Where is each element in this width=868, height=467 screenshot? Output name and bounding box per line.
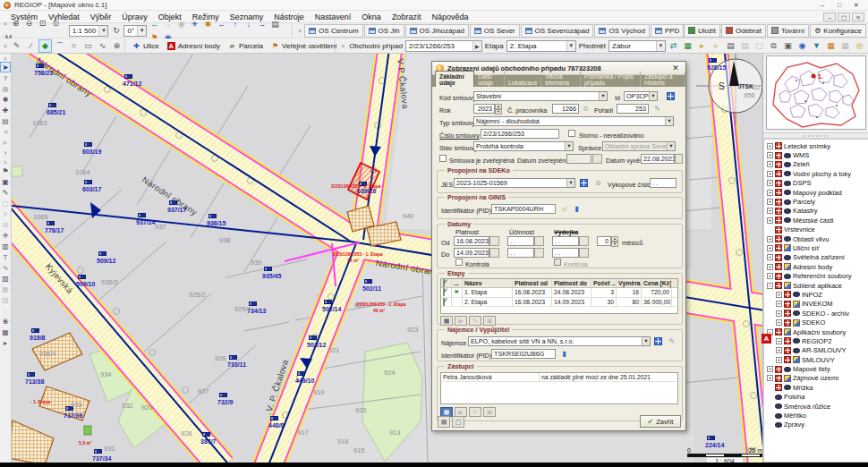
grid-orange-icon[interactable]: ▦ — [824, 39, 838, 53]
expand-icon[interactable]: + — [776, 357, 782, 363]
chevron-down-icon[interactable]: ▼ — [98, 26, 107, 36]
prev-view-icon[interactable]: ◄ — [0, 126, 11, 137]
rotate-icon[interactable]: ↻ — [109, 24, 123, 38]
mdi-close-button[interactable]: ✕ — [852, 13, 864, 21]
calendar-icon[interactable] — [489, 248, 499, 258]
expand-icon[interactable]: + — [767, 171, 773, 177]
page-icon[interactable]: ▢ — [753, 39, 766, 53]
close-box-icon[interactable]: × — [2, 17, 9, 30]
table-icon[interactable]: ▦ — [681, 39, 694, 53]
center-target-icon[interactable]: ◉ — [174, 17, 188, 30]
device-icon[interactable]: ▮ — [572, 204, 582, 214]
jes-combo[interactable]: 2023-1025-01569▼ — [454, 178, 575, 188]
tab-z-kladn-daje[interactable]: Základní údaje — [435, 71, 474, 87]
row-checkbox[interactable] — [443, 288, 445, 296]
print-icon[interactable]: ▤ — [738, 39, 752, 53]
do-platnost-input[interactable]: 14.09.2023 — [454, 248, 489, 258]
pan-hand-icon[interactable]: ✱ — [201, 17, 215, 30]
do-ucinnost-input[interactable]: . . — [507, 248, 534, 258]
do-vydejka-input[interactable]: . . — [552, 248, 579, 258]
tree-item-sv-teln-za-zen[interactable]: +Světelná zařízení — [764, 253, 868, 262]
report-icon[interactable]: ▤ — [724, 39, 737, 53]
os-tab-os-jih[interactable]: OS Jih — [364, 24, 404, 38]
calendar-icon[interactable] — [534, 236, 544, 246]
pracovnik-input[interactable]: 1266 — [552, 104, 579, 114]
calendar-icon[interactable] — [489, 236, 499, 246]
tree-item-aplika-n-soubory[interactable]: −Aplikační soubory — [764, 327, 868, 336]
najemce-pid-input[interactable]: TSKRSE02UB6G — [491, 349, 556, 359]
expand-icon[interactable]: + — [767, 217, 773, 224]
bottom-open-icon[interactable]: ▸ — [0, 337, 11, 348]
row-checkbox[interactable] — [443, 298, 445, 306]
najemce-combo[interactable]: ELPO, kabelové sítě VN a NN, s.r.o.▼ — [468, 336, 651, 346]
calendar-icon[interactable] — [675, 154, 683, 164]
tree-item-mapov-listy[interactable]: +Mapové listy — [764, 364, 868, 373]
calendar-icon[interactable] — [534, 248, 544, 258]
tree-item-uli-n-s[interactable]: +Uliční síť — [764, 243, 868, 252]
expand-icon[interactable]: + — [767, 152, 773, 158]
tab-lokalizace[interactable]: Lokalizace — [505, 78, 541, 87]
os-tab-ppd[interactable]: PPD — [651, 24, 684, 38]
chevron-down-icon[interactable]: ▼ — [566, 41, 575, 51]
id-combo[interactable]: OP3CPNI0▼ — [624, 91, 658, 101]
export-view-icon[interactable]: ▤ — [268, 17, 282, 30]
tree-item-inpoz[interactable]: +INPOZ — [764, 290, 868, 299]
route-tool-icon[interactable]: ∿ — [0, 262, 11, 273]
scale-combo[interactable]: 1:1 500▼ — [69, 25, 109, 37]
action-ulo-it[interactable]: Uložit — [684, 24, 720, 38]
table-icon[interactable] — [667, 92, 675, 100]
tree-item-z-jmov-zem[interactable]: +Zájmové území — [764, 374, 868, 383]
next-view-icon[interactable]: ► — [0, 137, 11, 148]
move-left-icon[interactable]: ← — [215, 17, 228, 30]
tree-item-sm-rov-r-ice[interactable]: Směrová růžice — [764, 402, 868, 411]
zoom-lens-icon[interactable]: ◎ — [0, 83, 11, 94]
view-prev-icon[interactable]: ← — [148, 17, 161, 30]
search-docs-icon[interactable]: ◎ — [853, 39, 866, 53]
eye-icon[interactable]: ◉ — [796, 39, 809, 53]
etapy-row[interactable]: ⚑1. Etapa16.08.202324.08.2023316720,00 — [441, 288, 677, 298]
cislo-input[interactable]: 2/23/1266/253 — [481, 129, 559, 139]
layer-toggle-ve-ejn-osv-tlen[interactable]: ⚑Veřejné osvětlení — [268, 39, 340, 53]
line-icon[interactable]: ∕ — [24, 39, 38, 53]
maximize-button[interactable]: □ — [831, 1, 847, 10]
action-tov-rn[interactable]: Tovární — [767, 24, 809, 38]
tree-item-poloha[interactable]: Poloha — [764, 393, 868, 402]
poradi-input[interactable]: 253 — [617, 104, 649, 114]
chevron-down-icon[interactable]: ▼ — [656, 41, 665, 51]
od-ucinnost-input[interactable]: . . — [507, 236, 534, 246]
circle-icon[interactable]: ○ — [67, 39, 81, 53]
expand-icon[interactable]: + — [767, 245, 773, 251]
select-cursor-icon[interactable]: ➤ — [0, 62, 11, 72]
zoom-out-icon[interactable]: ⊖ — [22, 17, 36, 30]
delete-object-icon[interactable]: ▨ — [0, 273, 11, 284]
close-dialog-button[interactable]: ✔Zavřít — [640, 415, 681, 428]
action-odebrat[interactable]: Odebrat — [721, 24, 766, 38]
flag-tool-icon[interactable]: ⚑ — [0, 166, 11, 176]
tree-item-regiop2[interactable]: +REGIOP2 — [764, 336, 868, 345]
window-new-icon[interactable]: ▣ — [781, 39, 795, 53]
action-konfigurace[interactable]: ⚙Konfigurace — [810, 24, 866, 38]
zoom-in-icon[interactable]: ⊕ — [9, 17, 22, 30]
panel-splitter[interactable] — [763, 132, 868, 139]
fly-to-icon[interactable]: ✈ — [188, 17, 201, 30]
table-icon[interactable] — [580, 179, 588, 187]
zoom-full-icon[interactable]: ⊙ — [49, 17, 63, 30]
stav-combo[interactable]: Probíhá kontrola▼ — [473, 141, 574, 151]
expand-icon[interactable]: + — [767, 161, 773, 167]
expand-icon[interactable]: + — [776, 310, 782, 317]
typ-combo[interactable]: Nájemní - dlouhodobá▼ — [473, 116, 674, 126]
tree-item-sdeko[interactable]: +SDEKO — [764, 318, 868, 327]
expand-icon[interactable]: + — [767, 366, 773, 372]
polygon-icon[interactable]: ◆ — [38, 39, 52, 53]
matrix-2-icon[interactable]: ▧ — [0, 294, 11, 305]
tree-item-m-ka[interactable]: Mřížka — [764, 383, 868, 392]
zastupci-row[interactable]: Petra Janouškována základě plné moci ze … — [441, 373, 677, 382]
mesicu-input[interactable]: 0 — [597, 236, 611, 246]
tree-item-invekom[interactable]: +INVEKOM — [764, 300, 868, 309]
os-tab-os-severoz-pad[interactable]: OS Severozápad — [521, 24, 594, 38]
tab-z-stupci-a-historie[interactable]: Zástupci a Historie — [641, 72, 685, 87]
storno-checkbox[interactable] — [568, 130, 575, 137]
tree-item-zpr-vy[interactable]: Zprávy — [764, 420, 868, 429]
expand-icon[interactable]: + — [767, 273, 773, 279]
vykopove-input[interactable]: . . — [650, 178, 677, 188]
